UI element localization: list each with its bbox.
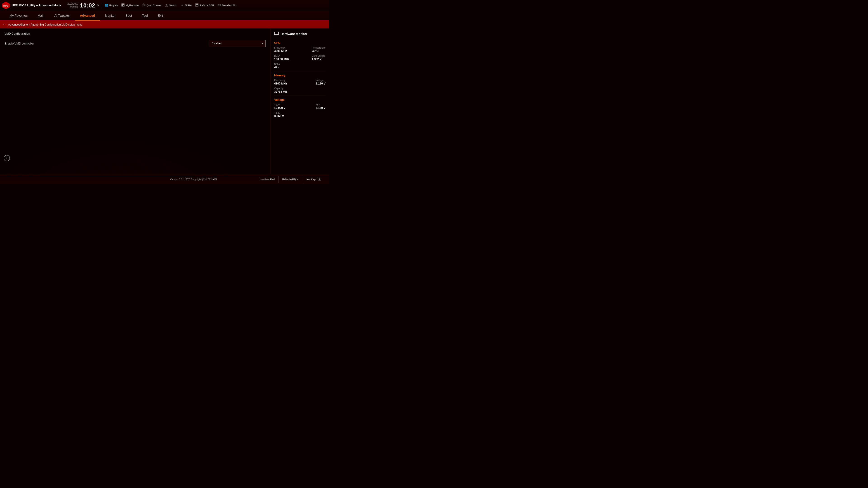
svg-text:ROG: ROG [3, 4, 8, 7]
toolbar-memtest[interactable]: MemTest86 [218, 3, 235, 7]
section-title: VMD Configuration [4, 32, 266, 35]
hw-ratio-label: Ratio [274, 63, 280, 65]
hw-v5-label: +5V [316, 103, 326, 106]
info-button[interactable]: i [4, 155, 10, 161]
svg-rect-10 [195, 4, 198, 6]
hw-mem-voltage: Voltage 1.120 V [316, 79, 326, 85]
toolbar-aura[interactable]: ✦ AURA [181, 4, 192, 7]
hw-v5: +5V 5.160 V [316, 103, 326, 109]
hw-v3p3-value: 3.360 V [274, 115, 284, 118]
hw-volt-row-2: +3.3V 3.360 V [274, 111, 326, 118]
nav-my-favorites[interactable]: My Favorites [4, 11, 33, 21]
footer-ezmode[interactable]: EzMode(F7)|→ [278, 176, 303, 183]
resizebar-icon [195, 3, 198, 7]
hw-core-voltage-label: Core Voltage [312, 55, 326, 57]
toolbar-qfan-label: Qfan Control [147, 4, 161, 7]
hw-mem-frequency-value: 4800 MHz [274, 82, 287, 85]
hw-v3p3: +3.3V 3.360 V [274, 111, 284, 118]
vmd-dropdown[interactable]: Disabled ▾ [209, 40, 266, 47]
toolbar-myfavorite[interactable]: MyFavorite [121, 3, 138, 7]
dropdown-arrow: ▾ [261, 41, 263, 45]
hw-v12-label: +12V [274, 103, 285, 106]
content-panel: VMD Configuration Enable VMD controller … [0, 29, 270, 174]
ezmode-label: EzMode(F7)|→ [282, 178, 299, 181]
last-modified-label: Last Modified [260, 178, 275, 181]
toolbar-qfan[interactable]: Qfan Control [142, 3, 161, 7]
svg-rect-14 [219, 4, 219, 5]
hw-mem-row-2: Capacity 32768 MB [274, 87, 326, 93]
hw-monitor-title-text: Hardware Monitor [281, 32, 307, 36]
settings-icon[interactable]: ⚙ [96, 4, 99, 7]
nav-exit[interactable]: Exit [153, 11, 168, 21]
toolbar-items: 🌐 English MyFavorite Qfan Control ? Sear… [105, 3, 327, 7]
svg-rect-2 [122, 4, 124, 6]
toolbar-myfavorite-label: MyFavorite [126, 4, 138, 7]
hot-keys-label: Hot Keys [307, 178, 317, 181]
hw-cpu-frequency-value: 4900 MHz [274, 50, 287, 53]
hw-section-cpu: CPU [274, 41, 326, 44]
hw-mem-voltage-label: Voltage [316, 79, 326, 82]
main-area: VMD Configuration Enable VMD controller … [0, 29, 329, 174]
hw-bclk-value: 100.00 MHz [274, 58, 289, 61]
vmd-value: Disabled [212, 42, 222, 45]
toolbar-memtest-label: MemTest86 [222, 4, 235, 7]
hw-mem-voltage-value: 1.120 V [316, 82, 326, 85]
hot-keys-icon: ? [318, 178, 321, 181]
hw-cpu-temperature-label: Temperature [312, 46, 326, 49]
monitor-icon [274, 32, 279, 36]
svg-rect-11 [196, 4, 198, 5]
hw-bclk: BCLK 100.00 MHz [274, 55, 289, 61]
hw-section-voltage: Voltage [274, 98, 326, 101]
svg-rect-5 [122, 5, 123, 6]
hw-cpu-temperature-value: 46°C [312, 50, 326, 53]
hw-volt-row-1: +12V 12.000 V +5V 5.160 V [274, 103, 326, 109]
hw-mem-row-1: Frequency 4800 MHz Voltage 1.120 V [274, 79, 326, 85]
day-label: Monday [70, 5, 78, 8]
nav-ai-tweaker[interactable]: Ai Tweaker [49, 11, 75, 21]
svg-rect-15 [220, 4, 220, 5]
hw-core-voltage-value: 1.332 V [312, 58, 326, 61]
nav-main[interactable]: Main [33, 11, 49, 21]
hw-v12-value: 12.000 V [274, 106, 285, 109]
nav-monitor[interactable]: Monitor [100, 11, 121, 21]
svg-rect-13 [218, 4, 219, 5]
hw-v5-value: 5.160 V [316, 106, 326, 109]
hw-bclk-label: BCLK [274, 55, 289, 57]
time-display: 10:02 [80, 2, 95, 8]
hw-core-voltage: Core Voltage 1.332 V [312, 55, 326, 61]
toolbar-search[interactable]: ? Search [165, 4, 177, 7]
toolbar-english[interactable]: 🌐 English [105, 4, 118, 7]
back-arrow[interactable]: ← [3, 23, 6, 27]
hw-mem-capacity-value: 32768 MB [274, 90, 287, 93]
toolbar-resizebar[interactable]: ReSize BAR [195, 3, 214, 7]
config-row-vmd: Enable VMD controller Disabled ▾ [4, 38, 266, 49]
footer-version: Version 2.21.1278 Copyright (C) 2022 AMI [130, 178, 256, 181]
nav-boot[interactable]: Boot [121, 11, 137, 21]
footer-hot-keys[interactable]: Hot Keys ? [303, 176, 324, 183]
top-bar-divider [102, 2, 102, 9]
qfan-icon [142, 3, 145, 7]
hw-v12: +12V 12.000 V [274, 103, 285, 109]
aura-icon: ✦ [181, 4, 183, 7]
rog-logo: ROG [2, 1, 10, 9]
hw-cpu-frequency-label: Frequency [274, 46, 287, 49]
hw-ratio-value: 49x [274, 66, 280, 69]
nav-tool[interactable]: Tool [137, 11, 153, 21]
myfavorite-icon [121, 3, 125, 7]
nav-advanced[interactable]: Advanced [75, 11, 100, 21]
hw-section-memory: Memory [274, 74, 326, 77]
toolbar-search-label: Search [169, 4, 177, 7]
svg-rect-16 [274, 32, 278, 35]
hw-mem-capacity-label: Capacity [274, 87, 287, 90]
hw-cpu-frequency: Frequency 4900 MHz [274, 46, 287, 53]
svg-rect-4 [123, 4, 124, 5]
footer-actions: Last Modified EzMode(F7)|→ Hot Keys ? [256, 176, 324, 183]
footer-last-modified[interactable]: Last Modified [256, 176, 278, 183]
hw-mem-capacity: Capacity 32768 MB [274, 87, 287, 93]
hw-cpu-row-1: Frequency 4900 MHz Temperature 46°C [274, 46, 326, 53]
info-icon-area: i [4, 155, 10, 161]
nav-bar: My Favorites Main Ai Tweaker Advanced Mo… [0, 11, 329, 21]
search-icon: ? [165, 4, 168, 7]
toolbar-aura-label: AURA [184, 4, 192, 7]
hw-v3p3-label: +3.3V [274, 111, 284, 114]
